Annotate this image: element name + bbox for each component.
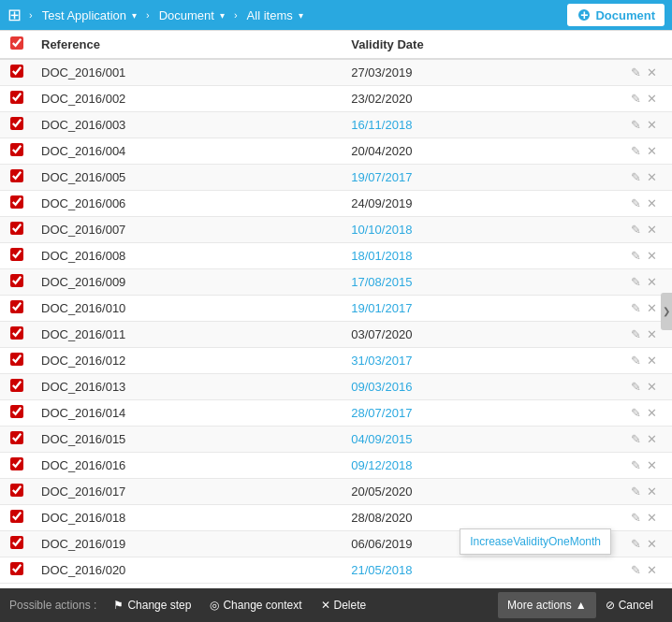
row-checkbox[interactable] bbox=[10, 195, 23, 209]
breadcrumb-separator-1: › bbox=[146, 9, 150, 21]
change-context-button[interactable]: ◎ Change context bbox=[200, 595, 311, 615]
breadcrumb-test-application[interactable]: Test Application ▾ bbox=[35, 5, 146, 26]
more-actions-button[interactable]: More actions ▲ bbox=[498, 592, 596, 618]
row-actions-cell: ✎✕ bbox=[616, 557, 672, 584]
table-row: DOC_2016/00316/11/2018✎✕ bbox=[0, 112, 672, 138]
row-delete-icon[interactable]: ✕ bbox=[647, 92, 657, 106]
row-checkbox[interactable] bbox=[10, 274, 23, 287]
row-checkbox-cell bbox=[0, 269, 34, 296]
row-checkbox-cell bbox=[0, 86, 34, 112]
select-all-checkbox[interactable] bbox=[10, 36, 23, 50]
row-action-icons: ✎✕ bbox=[623, 354, 665, 368]
row-delete-icon[interactable]: ✕ bbox=[647, 275, 657, 289]
row-delete-icon[interactable]: ✕ bbox=[647, 301, 657, 315]
row-checkbox[interactable] bbox=[10, 510, 23, 523]
row-delete-icon[interactable]: ✕ bbox=[647, 432, 657, 446]
row-validity-date: 27/03/2019 bbox=[343, 59, 616, 86]
row-checkbox[interactable] bbox=[10, 431, 23, 444]
breadcrumb-document[interactable]: Document ▾ bbox=[152, 5, 234, 26]
row-checkbox-cell bbox=[0, 138, 34, 165]
edit-icon[interactable]: ✎ bbox=[631, 380, 641, 394]
row-delete-icon[interactable]: ✕ bbox=[647, 354, 657, 368]
row-checkbox[interactable] bbox=[10, 169, 23, 182]
row-delete-icon[interactable]: ✕ bbox=[647, 249, 657, 263]
row-checkbox[interactable] bbox=[10, 457, 23, 470]
row-checkbox[interactable] bbox=[10, 562, 23, 575]
row-delete-icon[interactable]: ✕ bbox=[647, 327, 657, 341]
row-delete-icon[interactable]: ✕ bbox=[647, 118, 657, 132]
row-checkbox[interactable] bbox=[10, 143, 23, 156]
breadcrumb-all-items[interactable]: All items ▾ bbox=[240, 5, 313, 26]
edit-icon[interactable]: ✎ bbox=[631, 511, 641, 525]
edit-icon[interactable]: ✎ bbox=[631, 354, 641, 368]
row-actions-cell: ✎✕ bbox=[616, 453, 672, 479]
row-checkbox[interactable] bbox=[10, 91, 23, 104]
top-navigation-bar: ⊞ › Test Application ▾ › Document ▾ › Al… bbox=[0, 0, 672, 30]
row-action-icons: ✎✕ bbox=[623, 196, 665, 210]
row-delete-icon[interactable]: ✕ bbox=[647, 144, 657, 158]
side-panel-handle[interactable]: ❯ bbox=[661, 293, 672, 330]
row-actions-cell: ✎✕ bbox=[616, 505, 672, 531]
app-grid-icon[interactable]: ⊞ bbox=[7, 5, 22, 25]
edit-icon[interactable]: ✎ bbox=[631, 485, 641, 499]
row-checkbox[interactable] bbox=[10, 300, 23, 313]
table-row: DOC_2016/00624/09/2019✎✕ bbox=[0, 191, 672, 217]
edit-icon[interactable]: ✎ bbox=[631, 275, 641, 289]
row-validity-date: 28/07/2017 bbox=[343, 400, 616, 427]
row-action-icons: ✎✕ bbox=[623, 380, 665, 394]
edit-icon[interactable]: ✎ bbox=[631, 92, 641, 106]
row-checkbox-cell bbox=[0, 531, 34, 557]
edit-icon[interactable]: ✎ bbox=[631, 249, 641, 263]
edit-icon[interactable]: ✎ bbox=[631, 458, 641, 472]
row-checkbox[interactable] bbox=[10, 326, 23, 340]
row-delete-icon[interactable]: ✕ bbox=[647, 223, 657, 237]
row-checkbox[interactable] bbox=[10, 405, 23, 418]
edit-icon[interactable]: ✎ bbox=[631, 537, 641, 551]
row-delete-icon[interactable]: ✕ bbox=[647, 380, 657, 394]
table-row: DOC_2016/01609/12/2018✎✕ bbox=[0, 453, 672, 479]
row-delete-icon[interactable]: ✕ bbox=[647, 458, 657, 472]
row-delete-icon[interactable]: ✕ bbox=[647, 170, 657, 184]
edit-icon[interactable]: ✎ bbox=[631, 432, 641, 446]
edit-icon[interactable]: ✎ bbox=[631, 196, 641, 210]
row-checkbox[interactable] bbox=[10, 117, 23, 130]
edit-icon[interactable]: ✎ bbox=[631, 563, 641, 577]
row-action-icons: ✎✕ bbox=[623, 406, 665, 420]
row-validity-date: 31/03/2017 bbox=[343, 348, 616, 374]
edit-icon[interactable]: ✎ bbox=[631, 144, 641, 158]
edit-icon[interactable]: ✎ bbox=[631, 170, 641, 184]
row-delete-icon[interactable]: ✕ bbox=[647, 563, 657, 577]
row-checkbox[interactable] bbox=[10, 484, 23, 497]
row-delete-icon[interactable]: ✕ bbox=[647, 65, 657, 80]
edit-icon[interactable]: ✎ bbox=[631, 406, 641, 420]
edit-icon[interactable]: ✎ bbox=[631, 301, 641, 315]
row-action-icons: ✎✕ bbox=[623, 170, 665, 184]
column-actions bbox=[616, 31, 672, 60]
edit-icon[interactable]: ✎ bbox=[631, 118, 641, 132]
edit-icon[interactable]: ✎ bbox=[631, 223, 641, 237]
row-delete-icon[interactable]: ✕ bbox=[647, 196, 657, 210]
cancel-button[interactable]: ⊘ Cancel bbox=[596, 595, 663, 615]
delete-button[interactable]: ✕ Delete bbox=[312, 595, 376, 615]
breadcrumb-chevron-1: ▾ bbox=[220, 10, 225, 21]
row-delete-icon[interactable]: ✕ bbox=[647, 537, 657, 551]
document-button-label: Document bbox=[595, 8, 655, 22]
row-checkbox[interactable] bbox=[10, 65, 23, 78]
row-delete-icon[interactable]: ✕ bbox=[647, 511, 657, 525]
row-action-icons: ✎✕ bbox=[623, 118, 665, 132]
row-checkbox-cell bbox=[0, 59, 34, 86]
row-action-icons: ✎✕ bbox=[623, 223, 665, 237]
row-delete-icon[interactable]: ✕ bbox=[647, 485, 657, 499]
edit-icon[interactable]: ✎ bbox=[631, 65, 641, 80]
row-checkbox-cell bbox=[0, 374, 34, 400]
document-button[interactable]: + Document bbox=[567, 4, 665, 26]
row-checkbox[interactable] bbox=[10, 379, 23, 392]
row-delete-icon[interactable]: ✕ bbox=[647, 406, 657, 420]
row-checkbox[interactable] bbox=[10, 353, 23, 366]
edit-icon[interactable]: ✎ bbox=[631, 327, 641, 341]
table-row: DOC_2016/00223/02/2020✎✕ bbox=[0, 86, 672, 112]
row-checkbox[interactable] bbox=[10, 222, 23, 235]
row-checkbox[interactable] bbox=[10, 248, 23, 261]
change-step-button[interactable]: ⚑ Change step bbox=[104, 595, 200, 615]
row-checkbox[interactable] bbox=[10, 536, 23, 549]
